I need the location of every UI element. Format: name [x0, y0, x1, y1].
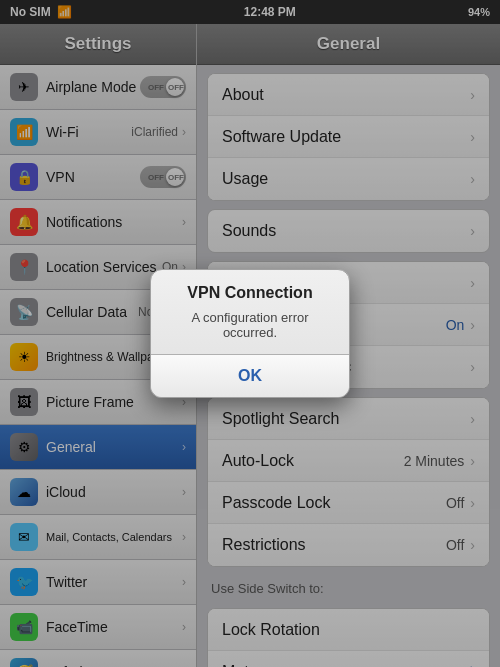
modal-ok-button[interactable]: OK — [151, 355, 349, 397]
vpn-modal: VPN Connection A configuration error occ… — [150, 269, 350, 398]
modal-message: A configuration error occurred. — [151, 306, 349, 354]
modal-title: VPN Connection — [151, 270, 349, 306]
modal-overlay: VPN Connection A configuration error occ… — [0, 0, 500, 667]
